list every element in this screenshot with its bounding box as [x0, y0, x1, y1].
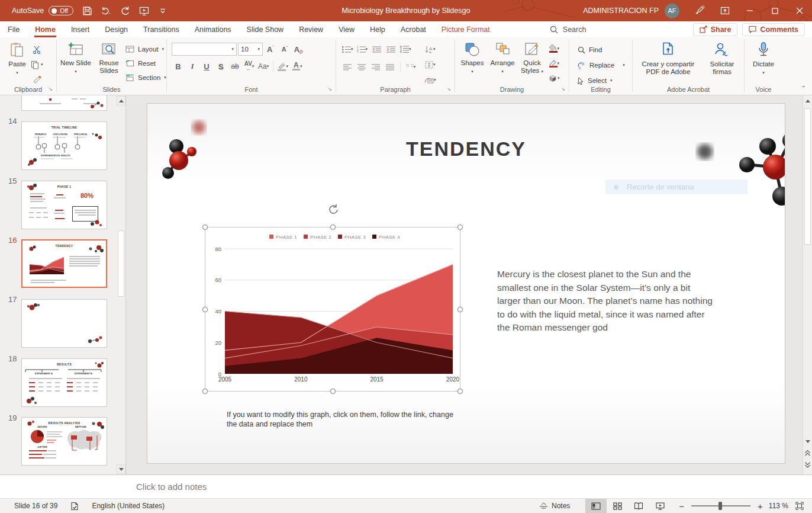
view-normal-button[interactable] — [585, 499, 607, 513]
arrange-button[interactable]: Arrange▾ — [487, 37, 518, 84]
notes-toggle-button[interactable]: Notes — [539, 502, 570, 510]
bold-button[interactable]: B — [172, 60, 185, 73]
find-button[interactable]: Find — [578, 43, 632, 56]
font-name-combo[interactable]: ▾ — [172, 43, 237, 56]
close-button[interactable] — [787, 0, 812, 21]
resize-handle-sw[interactable] — [202, 389, 208, 394]
thumbnail-scrollbar-thumb[interactable] — [118, 230, 124, 297]
drawing-dialog-launcher[interactable]: ↘ — [560, 86, 566, 92]
resize-handle-n[interactable] — [330, 225, 336, 230]
paragraph-dialog-launcher[interactable]: ↘ — [446, 86, 452, 92]
grow-font-button[interactable]: Aˆ — [264, 43, 277, 56]
thumbnail-slide-13-partial[interactable] — [21, 95, 107, 111]
justify-button[interactable] — [384, 60, 397, 73]
resize-handle-se[interactable] — [457, 389, 463, 394]
text-direction-button[interactable]: A▾ — [423, 43, 437, 56]
notes-pane[interactable]: Click to add notes — [0, 474, 812, 498]
notes-placeholder[interactable]: Click to add notes — [136, 482, 207, 492]
resize-handle-ne[interactable] — [457, 225, 463, 230]
quick-styles-button[interactable]: Quick Styles ▾ — [518, 37, 546, 84]
thumbnail-slide-16[interactable]: TENDENCY — [21, 239, 107, 288]
tab-help[interactable]: Help — [362, 21, 393, 37]
view-slideshow-button[interactable] — [649, 499, 671, 513]
bullets-button[interactable]: ▾ — [341, 43, 355, 56]
zoom-in-button[interactable]: + — [758, 501, 763, 511]
layout-button[interactable]: Layout▾ — [125, 43, 166, 56]
tab-review[interactable]: Review — [291, 21, 331, 37]
zoom-out-button[interactable]: − — [679, 501, 684, 511]
shape-effects-button[interactable]: ▾ — [547, 72, 561, 85]
comments-button[interactable]: Comments — [742, 23, 805, 36]
shapes-button[interactable]: Shapes▾ — [457, 37, 487, 84]
undo-button[interactable] — [101, 5, 111, 16]
tab-picture-format[interactable]: Picture Format — [434, 21, 498, 37]
collapse-ribbon-button[interactable]: ⌃ — [801, 85, 806, 91]
language-indicator[interactable]: English (United States) — [92, 502, 165, 510]
font-color-button[interactable]: A ▾ — [291, 60, 304, 73]
minimize-button[interactable] — [737, 0, 762, 21]
reset-button[interactable]: Reset — [125, 57, 166, 70]
zoom-level[interactable]: 113 % — [769, 502, 788, 510]
scroll-up-icon[interactable] — [803, 96, 812, 105]
share-button[interactable]: Share — [693, 23, 738, 36]
numbering-button[interactable]: 123▾ — [356, 43, 369, 56]
shrink-font-button[interactable]: Aˇ — [278, 43, 291, 56]
thumbnail-scroll-up-icon[interactable] — [117, 96, 125, 105]
character-spacing-button[interactable]: AV↔▾ — [243, 60, 256, 73]
select-button[interactable]: Select▾ — [578, 74, 632, 87]
shadow-button[interactable]: S — [214, 60, 227, 73]
thumbnail-slide-18[interactable]: RESULTS EXPERIMENT A EXPERIMENT B — [21, 358, 107, 407]
slide-canvas[interactable]: TENDENCY Recorte de ventana 020406080200… — [147, 103, 785, 464]
view-slide-sorter-button[interactable] — [607, 499, 628, 513]
resize-handle-e[interactable] — [457, 307, 463, 312]
align-left-button[interactable] — [341, 60, 354, 73]
format-painter-button[interactable] — [30, 73, 44, 86]
new-slide-button[interactable]: New Slide ▾ — [59, 37, 92, 84]
line-spacing-button[interactable]: ▾ — [398, 43, 413, 56]
next-slide-button[interactable] — [803, 460, 812, 470]
start-slideshow-button[interactable] — [138, 5, 149, 16]
create-pdf-button[interactable]: Crear y compartir PDF de Adobe — [636, 37, 701, 84]
convert-to-smartart-button[interactable]: ▾ — [423, 73, 437, 86]
columns-button[interactable]: ▾ — [404, 60, 417, 73]
save-button[interactable] — [82, 5, 92, 16]
slide-caption-text[interactable]: If you want to modify this graph, click … — [227, 410, 459, 429]
thumbnail-scroll-down-icon[interactable] — [117, 464, 125, 474]
slide-title[interactable]: TENDENCY — [147, 137, 785, 161]
slide-body-text[interactable]: Mercury is the closest planet to the Sun… — [497, 268, 715, 335]
font-size-combo[interactable]: 10▾ — [238, 43, 263, 56]
redo-button[interactable] — [120, 5, 130, 16]
shape-fill-button[interactable]: ▾ — [547, 42, 561, 55]
view-reading-button[interactable] — [628, 499, 649, 513]
copy-button[interactable]: ▾ — [30, 58, 44, 71]
thumbnail-slide-19[interactable]: RESULTS ANALYSIS SATURN NEPTUNE JUPITER — [21, 417, 107, 466]
align-text-button[interactable]: ▾ — [423, 58, 437, 71]
align-right-button[interactable] — [369, 60, 382, 73]
thumbnail-slide-17[interactable] — [21, 299, 107, 348]
decrease-indent-button[interactable] — [370, 43, 383, 56]
spellcheck-icon[interactable] — [70, 502, 79, 511]
section-button[interactable]: Section▾ — [125, 71, 166, 84]
reuse-slides-button[interactable]: Reuse Slides — [92, 37, 125, 84]
shape-outline-button[interactable]: ▾ — [547, 57, 561, 70]
autosave-pill[interactable]: Off — [49, 6, 73, 15]
main-scrollbar-thumb[interactable] — [804, 108, 811, 245]
maximize-button[interactable] — [762, 0, 787, 21]
tab-design[interactable]: Design — [97, 21, 136, 37]
italic-button[interactable]: I — [186, 60, 199, 73]
ink-pen-icon[interactable] — [688, 0, 713, 21]
strikethrough-button[interactable]: ab — [228, 60, 241, 73]
tab-insert[interactable]: Insert — [63, 21, 97, 37]
increase-indent-button[interactable] — [384, 43, 397, 56]
main-scrollbar[interactable] — [803, 95, 812, 474]
request-signatures-button[interactable]: Solicitar firmas — [703, 37, 741, 84]
cut-button[interactable] — [30, 43, 44, 56]
resize-handle-nw[interactable] — [202, 225, 208, 230]
underline-button[interactable]: U — [200, 60, 213, 73]
tab-animations[interactable]: Animations — [187, 21, 239, 37]
tab-transitions[interactable]: Transitions — [136, 21, 187, 37]
replace-button[interactable]: bc Replace▾ — [578, 59, 632, 72]
chart-object[interactable]: 0204060802005201020152020PHASE 1PHASE 2P… — [205, 227, 460, 392]
dictate-button[interactable]: Dictate▾ — [747, 37, 780, 84]
text-highlight-button[interactable]: ▾ — [276, 60, 289, 73]
